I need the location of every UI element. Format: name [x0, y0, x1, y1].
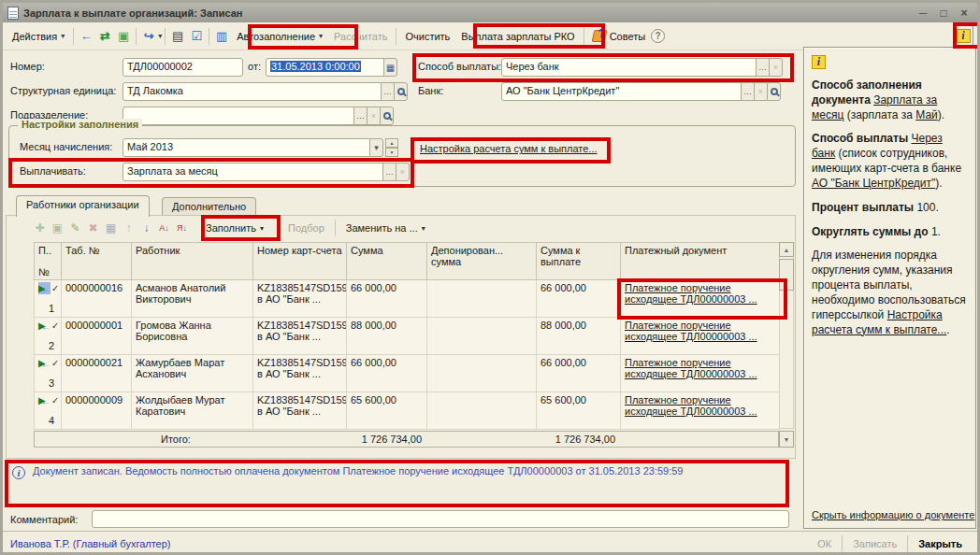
chevron-down-icon: ▾: [319, 32, 323, 40]
select-button[interactable]: …: [381, 82, 395, 101]
comment-input[interactable]: [92, 510, 789, 528]
table-header-row: П..№ Таб. № Работник Номер карт-счета Су…: [35, 243, 780, 280]
date-field[interactable]: 31.05.2013 0:00:00 ▦: [266, 58, 397, 77]
pay-method-field[interactable]: Через банк … ×: [501, 58, 783, 77]
number-label: Номер:: [10, 61, 45, 72]
accrual-month-field[interactable]: Май 2013 ▾ ▲ ▼: [122, 138, 398, 157]
move-up-icon[interactable]: ↑: [120, 220, 137, 237]
document-info-button[interactable]: i: [953, 25, 973, 46]
maximize-button[interactable]: □: [934, 6, 953, 21]
ok-button[interactable]: ОК: [810, 536, 839, 551]
document-window: Зарплата к выплате организаций: Записан …: [0, 0, 980, 555]
col-doc[interactable]: Платежный документ: [621, 243, 780, 280]
sort-desc-icon[interactable]: Я↓: [173, 220, 191, 237]
scroll-up-icon[interactable]: ▲: [779, 242, 794, 257]
document-structure-icon[interactable]: ▥: [212, 27, 231, 46]
magnifier-icon[interactable]: [767, 82, 781, 101]
payment-doc-link[interactable]: Платежное поручение исходящее ТДЛ0000000…: [625, 394, 757, 417]
pay-out-field[interactable]: Зарплата за месяц … ×: [122, 163, 410, 181]
close-window-button[interactable]: Закрыть: [911, 536, 970, 551]
pick-button[interactable]: Подбор: [281, 220, 332, 236]
clear-button[interactable]: Очистить: [399, 28, 455, 45]
col-amount[interactable]: Сумма: [347, 243, 427, 280]
col-deposited[interactable]: Депонирован... сумма: [427, 243, 537, 280]
scrollbar-thumb[interactable]: [779, 259, 794, 291]
structural-unit-field[interactable]: ТД Лакомка …: [122, 82, 408, 101]
sort-asc-icon[interactable]: А↓: [155, 220, 173, 237]
col-tab-no[interactable]: Таб. №: [62, 243, 132, 280]
scroll-down-icon[interactable]: ▼: [779, 431, 794, 448]
magnifier-icon[interactable]: [394, 82, 408, 101]
check-icon: ✓: [51, 282, 59, 294]
toolbar-separator: [842, 535, 843, 552]
department-field[interactable]: … ×: [122, 107, 394, 125]
list-settings-icon[interactable]: ▤: [168, 27, 187, 46]
minimize-button[interactable]: ─: [914, 6, 932, 21]
clear-field-icon[interactable]: ×: [396, 163, 410, 181]
month-link[interactable]: Май: [915, 108, 938, 121]
actions-menu-button[interactable]: Действия ▾: [7, 28, 70, 45]
magnifier-icon[interactable]: [380, 107, 394, 125]
toolbar-separator: [165, 28, 166, 45]
info-pay-method: Способ выплаты Через банк (список сотруд…: [812, 132, 968, 191]
goto-icon[interactable]: ↪: [139, 27, 158, 46]
table-row[interactable]: ▶←✓2 0000000001 Громова Жанна Борисовна …: [35, 318, 780, 355]
table-row[interactable]: ▶←✓4 0000000009 Жолдыбаев Мурат Каратови…: [35, 392, 780, 430]
dropdown-icon[interactable]: ▾: [369, 138, 383, 157]
move-down-icon[interactable]: ↓: [137, 220, 155, 237]
replace-with-button[interactable]: Заменить на ... ▾: [339, 220, 433, 236]
checkbox-list-icon[interactable]: ☑: [187, 27, 206, 46]
hide-document-info-link[interactable]: Скрыть информацию о документе: [812, 508, 974, 522]
payout-calc-settings-link[interactable]: Настройка расчета сумм к выплате...: [420, 143, 598, 154]
grid-toolbar: ✚ ▣ ✎ ✖ ▦ ↑ ↓ А↓ Я↓ Заполнить ▾ Подбор З…: [31, 217, 433, 239]
autofill-button[interactable]: Автозаполнение ▾: [231, 28, 328, 45]
chevron-down-icon[interactable]: ▾: [158, 32, 162, 40]
tips-button[interactable]: ? Советы: [587, 27, 651, 45]
clear-field-icon[interactable]: ×: [754, 82, 768, 101]
col-account[interactable]: Номер карт-счета: [253, 243, 347, 280]
help-icon[interactable]: ?: [651, 29, 665, 43]
select-button[interactable]: …: [382, 163, 396, 181]
bank-label: Банк:: [418, 85, 443, 96]
toolbar-separator: [73, 28, 74, 45]
payment-doc-link[interactable]: Платежное поручение исходящее ТДЛ0000000…: [625, 320, 757, 342]
clear-field-icon[interactable]: ×: [367, 107, 381, 125]
edit-row-icon[interactable]: ✎: [66, 220, 84, 237]
col-employee[interactable]: Работник: [132, 243, 253, 280]
copy-row-icon[interactable]: ▣: [49, 220, 66, 237]
comment-label: Комментарий:: [10, 514, 78, 525]
bank-link[interactable]: АО "Банк ЦентрКредит": [812, 177, 935, 190]
info-icon: i: [12, 466, 25, 479]
pay-salary-rko-button[interactable]: Выплата зарплаты РКО: [455, 28, 580, 45]
number-field[interactable]: ТДЛ00000002: [122, 58, 243, 77]
bank-field[interactable]: АО "Банк ЦентрКредит" … ×: [501, 82, 781, 101]
table-row[interactable]: ▶←✓3 0000000021 Жамурбаев Марат Асханови…: [35, 355, 780, 392]
delete-row-icon[interactable]: ✖: [84, 220, 102, 237]
copy-add-icon[interactable]: ▣: [114, 27, 133, 46]
select-button[interactable]: …: [756, 58, 770, 77]
add-row-icon[interactable]: ✚: [31, 220, 49, 237]
record-icon[interactable]: ←: [77, 27, 95, 46]
write-button[interactable]: Записать: [845, 536, 904, 551]
tab-employees[interactable]: Работники организации: [16, 195, 150, 217]
tab-additional[interactable]: Дополнительно: [162, 197, 256, 215]
totals-label: Итого:: [161, 434, 191, 445]
refresh-icon[interactable]: ⇄: [95, 27, 114, 46]
check-icon: ✓: [51, 394, 59, 406]
payment-doc-link[interactable]: Платежное поручение исходящее ТДЛ0000000…: [625, 282, 757, 305]
select-button[interactable]: …: [741, 82, 755, 101]
table-row[interactable]: ▶←✓1 0000000016 Асманов Анатолий Викторо…: [35, 280, 780, 318]
calculate-button[interactable]: Рассчитать: [328, 28, 393, 45]
calendar-icon[interactable]: ▦: [383, 58, 397, 77]
select-button[interactable]: …: [353, 107, 368, 125]
close-button[interactable]: ×: [955, 6, 973, 21]
fill-button[interactable]: Заполнить ▾: [198, 220, 271, 236]
row-marker-icon: ▶←: [38, 394, 50, 406]
payment-doc-link[interactable]: Платежное поручение исходящее ТДЛ0000000…: [625, 357, 757, 379]
col-payable[interactable]: Сумма к выплате: [537, 243, 621, 280]
end-edit-icon[interactable]: ▦: [102, 220, 120, 237]
month-spinner[interactable]: ▲ ▼: [385, 138, 398, 157]
totals-row: Итого: 1 726 734,00 1 726 734,00: [34, 431, 779, 448]
structural-unit-label: Структурная единица:: [10, 85, 116, 96]
clear-field-icon[interactable]: ×: [769, 58, 783, 77]
